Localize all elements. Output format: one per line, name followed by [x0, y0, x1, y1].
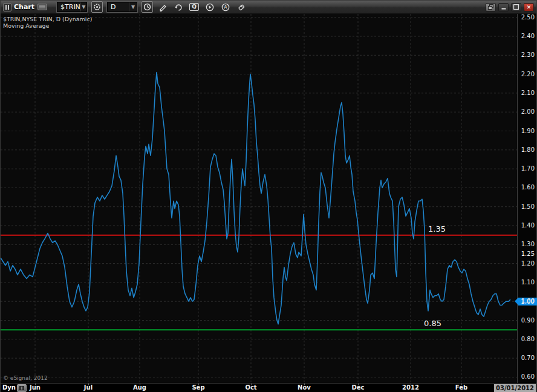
close-icon: ✕ — [527, 4, 532, 10]
quote-button[interactable]: Q — [188, 1, 200, 13]
chart-area[interactable]: $TRIN,NYSE TRIN, D (Dynamic) Moving Aver… — [1, 14, 536, 383]
refresh-button[interactable] — [172, 1, 184, 13]
time-template-toggle[interactable] — [17, 384, 27, 392]
float-window-button[interactable] — [486, 3, 496, 11]
chart-legend: $TRIN,NYSE TRIN, D (Dynamic) Moving Aver… — [3, 16, 92, 29]
y-axis-tick-label: 1.30 — [521, 241, 535, 247]
y-axis-tick-label: 2.00 — [521, 108, 535, 115]
y-axis-tick-label: 1.00 — [521, 298, 535, 304]
y-axis-tick-label: 1.80 — [521, 146, 535, 153]
draw-tool-button[interactable] — [157, 1, 169, 13]
x-axis-tick-label: Jul — [84, 384, 93, 391]
chart-window-icon — [3, 3, 11, 11]
dynamic-mode-label: Dyn — [2, 384, 16, 391]
y-axis-tick-label: 2.50 — [521, 14, 535, 21]
price-line — [1, 73, 510, 324]
x-axis-tick-label: Aug — [133, 384, 146, 391]
auto-button[interactable]: A — [220, 1, 232, 13]
y-axis-tick-label: 1.20 — [521, 260, 535, 267]
clock-icon — [143, 3, 151, 11]
window-title: Chart — [14, 3, 34, 11]
y-axis-tick-label: 1.90 — [521, 128, 535, 134]
minimize-icon — [501, 4, 506, 10]
x-axis-tick-label: 2012 — [402, 384, 419, 391]
interval-input[interactable]: D ▼ — [107, 2, 137, 12]
y-axis-tick-label: 1.10 — [521, 279, 535, 286]
copyright-text: © eSignal, 2012 — [3, 375, 48, 381]
time-template-icon — [19, 386, 24, 390]
symbol-lookup-button[interactable] — [91, 1, 103, 13]
y-axis-tick-label: 1.50 — [521, 203, 535, 210]
eraser-button[interactable] — [235, 1, 247, 13]
x-axis-tick-label: Oct — [245, 384, 256, 391]
legend-study-line: Moving Average — [3, 22, 92, 29]
y-axis-tick-label: 2.40 — [521, 33, 535, 39]
symbol-lookup-gear-icon — [93, 3, 101, 11]
y-axis-tick-label: 0.60 — [521, 373, 535, 380]
maximize-button[interactable] — [511, 3, 521, 11]
toolbar: Chart $TRIN ▼ D ▼ — [1, 1, 536, 14]
cursor-date-label: 03/01/2012 — [494, 384, 536, 392]
window-badge-icon — [37, 4, 47, 10]
symbol-value: $TRIN — [60, 3, 80, 11]
time-axis-bar[interactable]: Dyn 03/01/2012 JunJulAugSepOctNovDec2012… — [1, 383, 536, 392]
close-button[interactable]: ✕ — [524, 3, 534, 11]
svg-text:A: A — [224, 5, 227, 10]
trendline-label-lower: 0.85 — [424, 319, 441, 328]
legend-symbol-line: $TRIN,NYSE TRIN, D (Dynamic) — [3, 16, 92, 22]
float-window-icon — [488, 4, 493, 10]
x-axis-tick-label: Sep — [192, 384, 204, 391]
x-axis-tick-label: Feb — [455, 384, 467, 391]
x-axis-tick-label: Nov — [298, 384, 311, 391]
chart-window: Chart $TRIN ▼ D ▼ — [0, 0, 537, 392]
symbol-input[interactable]: $TRIN ▼ — [57, 2, 87, 12]
price-axis[interactable]: 1.25 1.00 0.600.700.800.901.001.101.201.… — [517, 14, 536, 383]
y-axis-tick-label: 2.20 — [521, 71, 535, 77]
y-axis-tick-label: 0.80 — [521, 336, 535, 342]
play-icon — [206, 3, 214, 11]
minimize-button[interactable] — [498, 3, 509, 11]
y-axis-tick-label: 1.60 — [521, 184, 535, 191]
x-axis-tick-label: Dec — [351, 384, 364, 391]
interval-value: D — [111, 3, 129, 11]
y-axis-tick-label: 2.10 — [521, 90, 535, 96]
play-button[interactable] — [204, 1, 216, 13]
x-axis-tick-label: Jun — [30, 384, 41, 391]
y-axis-tick-label: 1.40 — [521, 222, 535, 229]
auto-icon: A — [221, 3, 230, 11]
maximize-icon — [513, 4, 519, 10]
symbol-dropdown-arrow-icon[interactable]: ▼ — [80, 2, 86, 11]
ma-value-label: 1.25 — [521, 250, 535, 257]
eraser-icon — [237, 3, 246, 11]
interval-dropdown-arrow-icon[interactable]: ▼ — [129, 2, 137, 11]
pencil-icon — [158, 3, 167, 11]
refresh-icon — [174, 3, 183, 11]
quote-bubble-icon: Q — [189, 3, 199, 11]
time-template-button[interactable] — [142, 1, 153, 13]
y-axis-tick-label: 0.90 — [521, 317, 535, 324]
y-axis-tick-label: 1.70 — [521, 165, 535, 172]
y-axis-tick-label: 2.30 — [521, 51, 535, 58]
trendline-label-upper: 1.35 — [428, 224, 446, 234]
y-axis-tick-label: 0.70 — [521, 354, 535, 361]
